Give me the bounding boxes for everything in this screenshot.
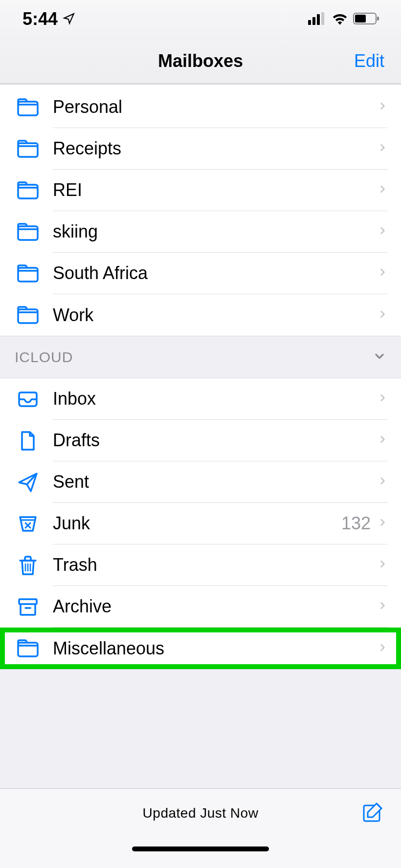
icloud-row-inbox[interactable]: Inbox [0,378,401,420]
bottom-toolbar: Updated Just Now [0,788,401,868]
folder-icon [16,137,40,161]
folder-row-rei[interactable]: REI [0,170,401,211]
edit-button[interactable]: Edit [354,51,384,71]
chevron-right-icon [378,224,387,239]
chevron-right-icon [378,391,387,407]
row-label: Sent [53,472,378,492]
mailbox-content: PersonalReceiptsREIskiingSouth AfricaWor… [0,84,401,789]
chevron-right-icon [378,307,387,323]
chevron-right-icon [378,557,387,573]
row-label: Miscellaneous [53,638,378,659]
svg-rect-2 [317,14,320,25]
svg-rect-3 [321,12,324,25]
icloud-row-trash[interactable]: Trash [0,544,401,586]
trash-icon [16,553,40,578]
folder-icon [16,220,40,244]
row-label: South Africa [53,263,378,283]
status-time: 5:44 [22,9,58,29]
sync-status: Updated Just Now [143,805,259,821]
svg-rect-0 [308,20,311,25]
chevron-right-icon [378,599,387,614]
row-label: Receipts [53,138,378,159]
inbox-icon [16,387,40,412]
folder-row-work[interactable]: Work [0,294,401,336]
icloud-row-archive[interactable]: Archive [0,586,401,628]
chevron-right-icon [378,516,387,531]
icloud-row-drafts[interactable]: Drafts [0,420,401,461]
home-indicator [0,838,401,868]
drafts-icon [16,429,40,453]
chevron-down-icon [373,349,386,365]
icloud-row-sent[interactable]: Sent [0,461,401,503]
section-title: ICLOUD [15,349,73,366]
folder-icon [16,95,40,120]
row-label: Personal [53,97,378,117]
icloud-row-miscellaneous[interactable]: Miscellaneous [0,628,401,669]
chevron-right-icon [378,99,387,115]
folder-row-personal[interactable]: Personal [0,87,401,128]
icloud-row-junk[interactable]: Junk132 [0,503,401,544]
folder-row-receipts[interactable]: Receipts [0,128,401,170]
chevron-right-icon [378,474,387,490]
row-label: REI [53,180,378,200]
compose-button[interactable] [361,801,384,826]
folder-row-skiing[interactable]: skiing [0,211,401,253]
folder-row-south-africa[interactable]: South Africa [0,253,401,294]
nav-header: Mailboxes Edit [0,38,401,84]
sent-icon [16,470,40,495]
chevron-right-icon [378,182,387,198]
section-header-icloud[interactable]: ICLOUD [0,336,401,378]
folder-icon [16,636,40,661]
row-label: skiing [53,221,378,242]
battery-icon [353,9,380,29]
svg-rect-1 [312,17,315,25]
chevron-right-icon [378,141,387,156]
row-label: Junk [53,513,341,534]
location-icon [63,9,75,29]
folder-icon [16,303,40,327]
folder-icon [16,178,40,203]
svg-rect-6 [377,17,379,21]
row-label: Work [53,305,378,326]
row-label: Inbox [53,389,378,409]
page-title: Mailboxes [158,51,243,71]
svg-rect-5 [355,15,366,22]
row-count: 132 [341,513,371,534]
chevron-right-icon [378,433,387,448]
status-bar: 5:44 [0,0,401,38]
cellular-icon [308,9,327,29]
wifi-icon [332,9,348,29]
row-label: Archive [53,596,378,617]
folder-icon [16,261,40,286]
chevron-right-icon [378,641,387,656]
row-label: Trash [53,555,378,575]
row-label: Drafts [53,430,378,451]
archive-icon [16,595,40,619]
chevron-right-icon [378,265,387,281]
junk-icon [16,512,40,536]
